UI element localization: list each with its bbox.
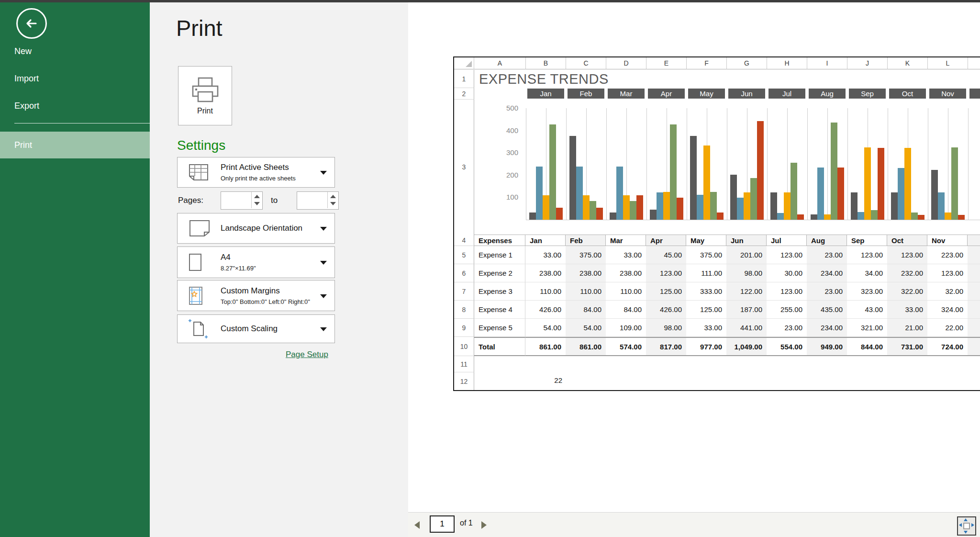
table-row: 6Expense 2238.00238.00238.00123.00111.00… (454, 264, 980, 282)
paper-size-dropdown[interactable]: A4 8.27"×11.69" (177, 246, 335, 278)
pages-from-stepper (221, 191, 263, 210)
column-letter: I (807, 57, 847, 69)
spinner-down-icon[interactable] (254, 202, 260, 205)
print-settings-panel: Print Print Settings Print Active Sheets… (150, 2, 409, 537)
back-arrow-icon (23, 15, 40, 32)
table-cell: 232.00 (887, 264, 927, 282)
table-cell: 234.00 (807, 264, 847, 282)
table-cell: 32.00 (927, 282, 968, 301)
sheet-row-12: 12 22 (454, 372, 980, 390)
print-button[interactable]: Print (178, 66, 232, 125)
column-letter: H (767, 57, 807, 69)
chevron-down-icon (320, 261, 327, 265)
page-number-input[interactable] (430, 515, 455, 533)
column-letter: F (687, 57, 727, 69)
row-number: 8 (454, 301, 474, 319)
chart-bar-expense-4 (911, 213, 918, 220)
scaling-icon (188, 318, 208, 339)
paper-size-value: A4 (221, 253, 334, 262)
chart-bar-expense-5 (958, 215, 965, 220)
table-cell: 123.00 (646, 264, 686, 282)
pages-to-input[interactable] (297, 192, 331, 208)
chart-bar-expense-1 (891, 192, 898, 220)
chart-bar-expense-2 (697, 195, 703, 220)
month-header-box: Oct (889, 89, 926, 99)
chevron-down-icon (320, 294, 327, 298)
pages-from-spinner (251, 192, 262, 208)
sidebar-item-import[interactable]: Import (14, 74, 39, 84)
table-cell (968, 282, 980, 301)
settings-heading: Settings (177, 138, 225, 153)
zoom-to-fit-button[interactable] (957, 516, 976, 536)
table-cell: 23.00 (767, 319, 807, 337)
preview-footer-bar: of 1 (408, 512, 980, 537)
chart-bar-expense-2 (898, 168, 904, 220)
sheet-title: EXPENSE TRENDS (479, 71, 609, 87)
chart-bar-expense-1 (569, 136, 576, 220)
row-number: 11 (454, 356, 474, 372)
chevron-down-icon (320, 327, 327, 331)
table-cell: 110.00 (606, 282, 646, 301)
column-letter: E (646, 57, 687, 69)
x-axis-line (526, 220, 980, 220)
sidebar-item-export[interactable]: Export (14, 101, 39, 111)
back-button[interactable] (16, 8, 47, 39)
page-setup-link[interactable]: Page Setup (286, 350, 328, 359)
y-axis-line (526, 108, 526, 220)
column-letter: B (526, 57, 566, 69)
table-cell-label: Expense 2 (474, 264, 525, 282)
printer-icon (190, 76, 221, 104)
pages-from-input[interactable] (221, 192, 255, 208)
row-number: 2 (454, 88, 474, 100)
chart-bar-expense-2 (657, 192, 663, 220)
table-cell: 123.00 (847, 246, 887, 264)
table-cell-label: Expense 4 (474, 301, 525, 319)
table-row: 9Expense 554.0054.00109.0098.0033.00441.… (454, 319, 980, 337)
margins-dropdown[interactable]: Custom Margins Top:0" Bottom:0" Left:0" … (177, 280, 335, 311)
print-what-dropdown[interactable]: Print Active Sheets Only print the activ… (177, 157, 335, 188)
table-cell: 84.00 (606, 301, 646, 319)
column-letter: L (928, 57, 968, 69)
column-letter: J (847, 57, 888, 69)
chart-gridline (847, 108, 848, 220)
print-what-value: Print Active Sheets (221, 163, 334, 172)
row-number: 10 (454, 337, 474, 356)
table-row: 4ExpensesJanFebMarAprMayJunJulAugSepOctN… (454, 235, 980, 246)
month-header-box: Aug (809, 89, 846, 99)
scaling-dropdown[interactable]: Custom Scaling (177, 314, 335, 343)
sidebar-item-print[interactable]: Print (0, 132, 150, 158)
table-cell: 33.00 (525, 246, 566, 264)
stray-cell: 22 (526, 376, 562, 384)
chart-bar-expense-3 (864, 147, 871, 220)
chart-bar-expense-1 (730, 175, 737, 220)
month-header-box: Nov (929, 89, 966, 99)
y-axis-tick-label: 200 (496, 171, 518, 179)
month-header-row: 2 JanFebMarAprMayJunJulAugSepOctNov (454, 88, 980, 100)
chart-bar-expense-3 (904, 148, 911, 220)
chart-bar-expense-4 (951, 147, 958, 220)
fit-arrow-right-icon (971, 523, 974, 527)
table-cell: 255.00 (767, 301, 807, 319)
portrait-page-icon (188, 253, 202, 272)
table-cell (968, 301, 980, 319)
table-cell (968, 319, 980, 337)
paper-size-dimensions: 8.27"×11.69" (221, 265, 334, 272)
orientation-dropdown[interactable]: Landscape Orientation (177, 213, 335, 244)
print-preview-area: ABCDEFGHIJKL 1 EXPENSE TRENDS 2 JanFebMa… (408, 2, 980, 512)
chart-bar-expense-1 (931, 170, 938, 220)
next-page-arrow-icon[interactable] (481, 521, 487, 529)
chart-bar-expense-5 (757, 121, 764, 220)
chart-gridline (646, 108, 647, 220)
table-cell: 441.00 (726, 319, 767, 337)
sidebar-item-new[interactable]: New (14, 46, 32, 56)
chart-bar-expense-1 (811, 214, 817, 220)
table-cell: 861.00 (566, 337, 606, 356)
chart-gridline (807, 108, 808, 220)
spinner-down-icon[interactable] (330, 202, 336, 205)
table-cell: Apr (646, 235, 686, 246)
previous-page-arrow-icon[interactable] (414, 521, 420, 529)
spinner-up-icon[interactable] (330, 195, 336, 198)
print-what-subtitle: Only print the active sheets (221, 175, 334, 182)
select-all-corner (454, 57, 474, 69)
spinner-up-icon[interactable] (254, 195, 260, 198)
